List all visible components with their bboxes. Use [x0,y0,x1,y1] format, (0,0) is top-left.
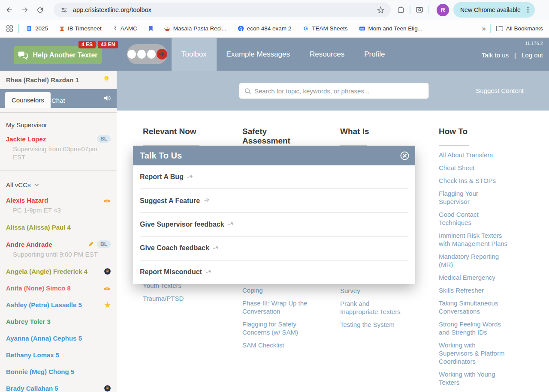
counselor-item[interactable]: Brady Callahan 5 [6,385,112,392]
content-link[interactable]: Mandatory Reporting (MR) [439,252,508,269]
all-vccs-toggle[interactable]: All vCCs [6,171,112,189]
content-link[interactable]: Check Ins & STOPs [439,177,508,185]
content-link[interactable]: Trauma/PTSD [143,294,207,302]
bookmarks-bar: 2025IB TimesheetAAMCMasala Pasta Reci...… [0,20,549,38]
counselor-name[interactable]: Andre Andrade [6,241,52,248]
content-link[interactable]: Medical Emergency [439,273,508,281]
content-link[interactable]: Flagging Your Supervisor [439,189,508,206]
content-link[interactable]: Good Contact Techniques [439,210,508,227]
tab-counselors[interactable]: Counselors [5,92,51,108]
site-settings-icon[interactable] [60,6,68,14]
counselor-name[interactable]: Brady Callahan 5 [6,385,58,392]
speaker-icon[interactable] [103,95,112,102]
counselor-name[interactable]: Ashley (Petra) Lasselle 5 [6,301,82,308]
counselor-item[interactable]: Aubrey Toler 3 [6,318,112,325]
kebab-menu-icon[interactable] [525,6,531,13]
nav-tab-example-messages[interactable]: Example Messages [217,38,300,71]
content-link[interactable]: Survey [340,287,407,295]
modal-item-label: Give Coach feedback [140,244,209,252]
tab-search-icon[interactable] [415,6,424,14]
content-link[interactable]: Testing the System [340,320,407,329]
bookmark-item[interactable]: Qecon 484 exam 2 [238,25,292,32]
counselor-item[interactable]: Alexis HazardPC 1-9pm ET <3 [6,197,112,214]
counselor-item[interactable]: Bethany Lomax 5 [6,351,112,359]
svg-text:Q: Q [239,27,242,31]
bookmark-item[interactable] [148,25,153,32]
chrome-update-button[interactable]: New Chrome available [453,2,535,18]
modal-item-report-misconduct[interactable]: Report Misconduct [140,260,408,284]
modal-item-suggest-a-feature[interactable]: Suggest A Feature [140,189,408,212]
quora-icon: Q [238,25,244,32]
bookmark-item[interactable]: boxMom and Teen Elig... [359,25,423,32]
ribbon-icon [148,25,153,32]
counselor-item[interactable]: Anita (None) Simco 8 [6,284,112,292]
avatar-letter: R [440,6,445,13]
log-out-link[interactable]: Log out [522,51,543,59]
supervisor-item[interactable]: Jackie Lopez BL Supervising from 03pm-07… [6,135,112,161]
counselor-name[interactable]: Ayanna (Anna) Cephus 5 [6,335,82,342]
counselor-item[interactable]: Andre AndradeBLSupporting until 9:00 PM … [6,240,112,258]
apps-grid-icon[interactable] [6,25,13,32]
talk-to-us-link[interactable]: Talk to us [482,51,509,59]
modal-title: Talk To Us [140,151,400,161]
content-link[interactable]: Strong Feeling Words and Strength IDs [439,320,508,336]
address-bar[interactable]: app.crisistextline.org/toolbox [54,3,391,17]
counselor-item[interactable]: Ayanna (Anna) Cephus 5 [6,335,112,342]
counselor-name[interactable]: Alissa (Alissa) Paul 4 [6,224,71,231]
counselor-item[interactable]: Ashley (Petra) Lasselle 5 [6,301,112,308]
forward-icon[interactable] [21,6,29,14]
content-link[interactable]: Working with Young Texters [439,370,508,386]
content-link[interactable]: SAM Checklist [242,341,314,349]
slot-arrow-icon[interactable] [157,49,167,60]
nav-tab-toolbox[interactable]: Toolbox [172,38,217,71]
modal-item-report-a-bug[interactable]: Report A Bug [140,165,408,189]
content-link[interactable]: Cheat Sheet [439,164,508,172]
content-link[interactable]: All About Transfers [439,151,508,159]
content-link[interactable]: Phase III: Wrap Up the Conversation [242,299,314,315]
content-link[interactable]: Imminent Risk Texters with Management Pl… [439,231,508,248]
bookmark-item[interactable]: Masala Pasta Reci... [164,25,226,32]
content-link[interactable]: Taking Simultaneous Conversations [439,299,508,315]
counselor-name[interactable]: Angela (Angie) Frederick 4 [6,268,87,275]
counselor-name[interactable]: Aubrey Toler 3 [6,318,51,325]
profile-avatar[interactable]: R [437,4,449,16]
content-link[interactable]: Coping [242,286,314,294]
help-another-texter-button[interactable]: Help Another Texter [14,46,102,64]
counselor-name[interactable]: Alexis Hazard [6,197,48,204]
back-icon[interactable] [5,6,14,14]
supervisor-name[interactable]: Jackie Lopez [6,135,46,143]
bookmark-item[interactable]: IB Timesheet [59,25,102,32]
search-box[interactable] [239,83,429,99]
bookmark-item[interactable]: 2025 [26,25,48,32]
counselor-item[interactable]: Bonnie (Meg) Chong 5 [6,368,112,375]
bookmark-item[interactable]: GTEAM Sheets [302,25,347,32]
counselor-item[interactable]: Alissa (Alissa) Paul 4 [6,224,112,231]
bookmarks-overflow-icon[interactable]: » [482,24,485,33]
content-link[interactable]: Working with Supervisors & Platform Coor… [439,341,508,365]
nav-tab-resources[interactable]: Resources [300,38,354,71]
all-bookmarks-button[interactable]: All Bookmarks [506,25,543,32]
bookmark-star-icon[interactable] [377,6,385,14]
bookmark-item[interactable]: AAMC [113,25,137,32]
bookmark-label: TEAM Sheets [312,25,347,32]
counselor-name[interactable]: Bethany Lomax 5 [6,351,59,359]
tab-chat[interactable]: Chat [51,97,65,104]
modal-item-give-coach-feedback[interactable]: Give Coach feedback [140,236,408,260]
close-icon[interactable] [400,151,409,160]
content-link[interactable]: Prank and Inappropriate Texters [340,299,407,316]
counselor-name[interactable]: Bonnie (Meg) Chong 5 [6,368,74,375]
counselor-item[interactable]: Angela (Angie) Frederick 4 [6,268,112,275]
nav-tab-profile[interactable]: Profile [354,38,395,71]
reload-icon[interactable] [36,6,44,14]
modal-item-give-supervisor-feedback[interactable]: Give Supervisor feedback [140,213,408,236]
gdocs-icon [26,25,32,32]
modal-item-label: Give Supervisor feedback [140,221,224,228]
column-how-to: How ToAll About TransfersCheat SheetChec… [439,111,508,391]
content-link[interactable]: Flagging for Safety Concerns (w/ SAM) [242,320,314,336]
content-link[interactable]: Skills Refresher [439,286,508,294]
extensions-icon[interactable] [397,6,405,14]
suggest-content-button[interactable]: Suggest Content [476,87,524,94]
app-header: 4 ES 43 EN Help Another Texter ToolboxEx… [0,38,549,71]
search-input[interactable] [254,87,428,95]
counselor-name[interactable]: Anita (None) Simco 8 [6,284,71,292]
